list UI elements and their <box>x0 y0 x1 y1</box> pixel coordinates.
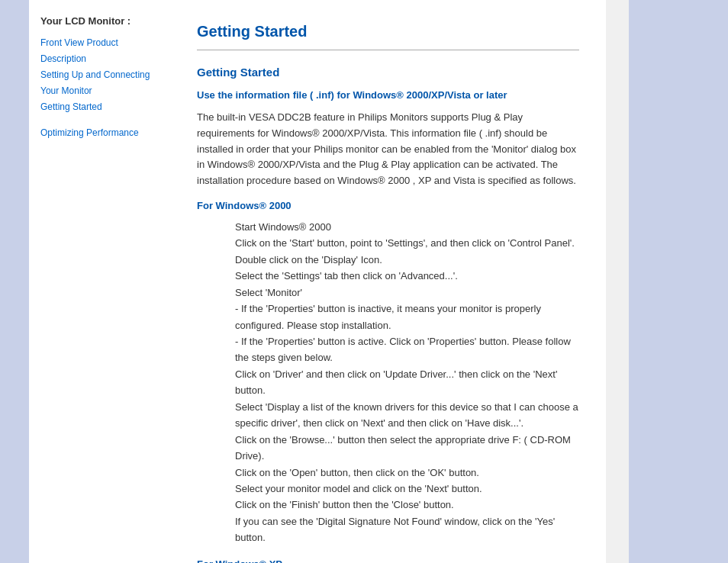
step-w2000-5: Select 'Monitor' <box>235 285 579 301</box>
sidebar-item-setting-up[interactable]: Setting Up and Connecting <box>40 68 159 82</box>
sidebar-item-optimizing[interactable]: Optimizing Performance <box>40 126 159 140</box>
sidebar-nav-group-1: Front View Product Description Setting U… <box>40 36 159 114</box>
step-w2000-6: - If the 'Properties' button is inactive… <box>235 301 579 333</box>
step-w2000-14: If you can see the 'Digital Signature No… <box>235 513 579 546</box>
step-w2000-13: Click on the 'Finish' button then the 'C… <box>235 497 579 513</box>
step-w2000-11: Click on the 'Open' button, then click o… <box>235 465 579 481</box>
sidebar-item-front-view[interactable]: Front View Product <box>40 36 159 50</box>
windows2000-title: For Windows® 2000 <box>197 200 579 211</box>
section-heading: Getting Started <box>197 66 579 79</box>
step-w2000-4: Select the 'Settings' tab then click on … <box>235 268 579 284</box>
sidebar-link-your-monitor[interactable]: Your Monitor <box>40 84 159 98</box>
sidebar-item-description[interactable]: Description <box>40 52 159 66</box>
step-w2000-3: Double click on the 'Display' Icon. <box>235 252 579 268</box>
right-decorative-area <box>606 0 728 563</box>
step-w2000-7: - If the 'Properties' button is active. … <box>235 333 579 366</box>
sidebar-link-getting-started[interactable]: Getting Started <box>40 100 159 114</box>
sidebar-link-setting-up[interactable]: Setting Up and Connecting <box>40 68 159 82</box>
step-w2000-12: Select your monitor model and click on t… <box>235 481 579 497</box>
intro-paragraph: The built-in VESA DDC2B feature in Phili… <box>197 110 579 189</box>
right-white-bar <box>606 0 629 563</box>
step-w2000-10: Click on the 'Browse...' button then sel… <box>235 432 579 465</box>
sidebar-nav-group-2: Optimizing Performance <box>40 126 159 140</box>
sidebar-link-description[interactable]: Description <box>40 52 159 66</box>
sidebar: Your LCD Monitor : Front View Product De… <box>29 0 170 563</box>
subtitle: Use the information file ( .inf) for Win… <box>197 89 579 101</box>
page-title: Getting Started <box>197 23 579 40</box>
step-w2000-9: Select 'Display a list of the known driv… <box>235 399 579 432</box>
step-w2000-8: Click on 'Driver' and then click on 'Upd… <box>235 366 579 399</box>
sidebar-link-front-view[interactable]: Front View Product <box>40 36 159 50</box>
sidebar-link-optimizing[interactable]: Optimizing Performance <box>40 126 159 140</box>
windows2000-steps: Start Windows® 2000 Click on the 'Start'… <box>235 219 579 546</box>
sidebar-title: Your LCD Monitor : <box>40 15 159 27</box>
left-decorative-bar <box>0 0 29 563</box>
step-w2000-1: Start Windows® 2000 <box>235 219 579 235</box>
sidebar-item-getting-started[interactable]: Getting Started <box>40 100 159 114</box>
sidebar-item-your-monitor[interactable]: Your Monitor <box>40 84 159 98</box>
main-content: Getting Started Getting Started Use the … <box>170 0 606 563</box>
windowsxp-title: For Windows® XP <box>197 558 579 563</box>
divider <box>197 50 579 50</box>
step-w2000-2: Click on the 'Start' button, point to 'S… <box>235 235 579 251</box>
